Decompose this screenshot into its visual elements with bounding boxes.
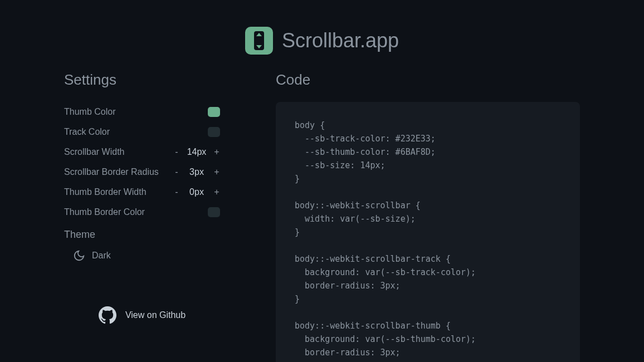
scrollbar-width-value: 14px [187, 147, 207, 157]
border-radius-value: 3px [187, 167, 207, 177]
app-logo [245, 27, 273, 55]
theme-section: Theme Dark [64, 229, 220, 262]
code-content: body { --sb-track-color: #232E33; --sb-t… [295, 119, 561, 359]
thumb-border-color-swatch[interactable] [208, 207, 220, 217]
code-panel: Code body { --sb-track-color: #232E33; -… [276, 71, 580, 362]
scrollbar-width-row: Scrollbar Width - 14px + [64, 142, 220, 162]
scrollbar-width-stepper: - 14px + [173, 147, 220, 157]
track-color-label: Track Color [64, 127, 110, 137]
decrement-button[interactable]: - [173, 187, 180, 197]
thumb-color-swatch[interactable] [208, 107, 220, 117]
thumb-border-color-row: Thumb Border Color [64, 202, 220, 222]
decrement-button[interactable]: - [173, 147, 180, 157]
theme-title: Theme [64, 229, 220, 241]
border-radius-label: Scrollbar Border Radius [64, 167, 159, 177]
github-link[interactable]: View on Github [64, 306, 220, 324]
track-color-swatch[interactable] [208, 127, 220, 137]
decrement-button[interactable]: - [173, 167, 180, 177]
track-color-row: Track Color [64, 122, 220, 142]
github-label: View on Github [125, 310, 186, 320]
increment-button[interactable]: + [213, 167, 220, 177]
thumb-border-width-value: 0px [187, 187, 207, 197]
theme-label: Dark [92, 251, 111, 261]
code-title: Code [276, 71, 580, 89]
settings-title: Settings [64, 71, 220, 89]
app-title: Scrollbar.app [282, 29, 399, 52]
thumb-border-width-stepper: - 0px + [173, 187, 220, 197]
moon-icon [73, 250, 85, 262]
increment-button[interactable]: + [213, 187, 220, 197]
thumb-border-width-row: Thumb Border Width - 0px + [64, 182, 220, 202]
thumb-color-label: Thumb Color [64, 107, 115, 117]
theme-toggle[interactable]: Dark [64, 250, 220, 262]
border-radius-stepper: - 3px + [173, 167, 220, 177]
thumb-color-row: Thumb Color [64, 102, 220, 122]
scrollbar-width-label: Scrollbar Width [64, 147, 124, 157]
github-icon [99, 306, 116, 324]
border-radius-row: Scrollbar Border Radius - 3px + [64, 162, 220, 182]
thumb-border-width-label: Thumb Border Width [64, 187, 147, 197]
app-header: Scrollbar.app [0, 0, 644, 71]
thumb-border-color-label: Thumb Border Color [64, 207, 145, 217]
increment-button[interactable]: + [213, 147, 220, 157]
settings-panel: Settings Thumb Color Track Color Scrollb… [64, 71, 220, 362]
code-block[interactable]: body { --sb-track-color: #232E33; --sb-t… [276, 102, 580, 362]
